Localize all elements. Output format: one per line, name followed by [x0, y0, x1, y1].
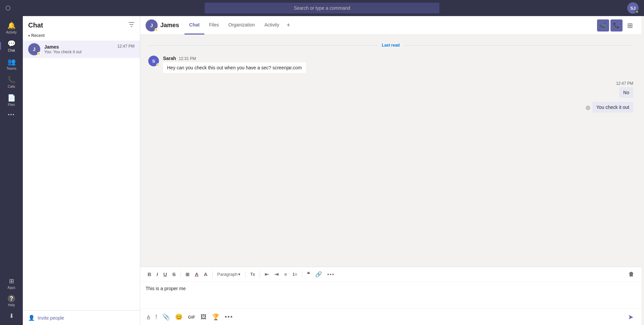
- my-message-bubble-1: No: [619, 87, 633, 98]
- more-actions-button[interactable]: •••: [223, 312, 234, 322]
- sidebar-item-teams[interactable]: 👥 Teams: [0, 55, 23, 73]
- conversation-user-name: James: [160, 22, 179, 29]
- compose-input[interactable]: This is a proper me: [140, 282, 641, 309]
- calls-icon: 📞: [7, 76, 16, 84]
- italic-button[interactable]: I: [155, 270, 160, 278]
- filter-icon[interactable]: [128, 21, 135, 29]
- video-call-button[interactable]: 📹: [597, 19, 609, 31]
- sidebar-label-chat: Chat: [8, 49, 15, 52]
- bullet-list-button[interactable]: ≡: [282, 270, 289, 278]
- indent-button[interactable]: ⇥: [272, 270, 281, 279]
- activity-icon: 🔔: [7, 21, 16, 29]
- strikethrough-button[interactable]: S: [170, 270, 178, 278]
- sidebar-item-files[interactable]: 📄 Files: [0, 91, 23, 109]
- last-read-divider: Last read: [140, 40, 641, 50]
- praise-button[interactable]: 🏆: [211, 312, 221, 322]
- my-message-bubble-2: You check it out: [592, 102, 633, 113]
- priority-button[interactable]: !: [154, 312, 158, 322]
- invite-people-button[interactable]: 👤 Invite people: [23, 310, 140, 325]
- sidebar-bottom: ⊞ Apps ? Help ⬇: [0, 275, 23, 325]
- sarah-message-meta: Sarah 12:31 PM: [163, 56, 306, 61]
- sticker-button[interactable]: 🖼: [199, 312, 208, 322]
- sarah-status: [156, 63, 159, 66]
- last-read-left-line: [148, 45, 378, 46]
- conversation-area: J James Chat Files Organization Activity…: [140, 16, 641, 325]
- sidebar-item-help[interactable]: ? Help: [0, 292, 23, 310]
- blockquote-button[interactable]: ❝: [305, 270, 312, 279]
- paragraph-dropdown[interactable]: Paragraph ▾: [215, 270, 243, 278]
- sarah-message-bubble: Hey can you check this out when you have…: [163, 62, 306, 73]
- download-icon: ⬇: [9, 312, 14, 320]
- user-avatar[interactable]: SJ: [627, 2, 639, 14]
- help-icon: ?: [8, 295, 15, 302]
- conversation-header: J James Chat Files Organization Activity…: [140, 16, 641, 35]
- sidebar-label-teams: Teams: [6, 67, 16, 70]
- expand-icon[interactable]: ⬡: [5, 4, 11, 12]
- sidebar-item-download[interactable]: ⬇: [0, 310, 23, 322]
- link-button[interactable]: 🔗: [313, 270, 324, 279]
- sidebar-item-activity[interactable]: 🔔 Activity: [0, 19, 23, 37]
- tab-organization[interactable]: Organization: [224, 16, 260, 35]
- more-formatting-button[interactable]: •••: [325, 270, 337, 278]
- more-options-button[interactable]: ⊞: [624, 19, 636, 31]
- chat-list-item-james[interactable]: J James You: You check it out 12:47 PM: [23, 41, 140, 58]
- bold-button[interactable]: B: [146, 270, 153, 278]
- chat-panel-header: Chat: [23, 16, 140, 32]
- sarah-avatar: S: [148, 56, 159, 66]
- numbered-list-button[interactable]: 1≡: [290, 271, 299, 278]
- james-time: 12:47 PM: [117, 43, 135, 49]
- delete-compose-button[interactable]: 🗑: [627, 270, 636, 279]
- top-bar: ⬡ Search or type a command SJ: [0, 0, 644, 16]
- files-icon: 📄: [7, 94, 16, 102]
- outdent-button[interactable]: ⇤: [263, 270, 271, 279]
- toolbar-divider-5: [302, 271, 302, 278]
- attach-button[interactable]: 📎: [161, 312, 171, 322]
- james-preview: You: You check it out: [44, 50, 113, 54]
- avatar-status-indicator: [635, 10, 639, 13]
- message-me-2: ◎ You check it out: [140, 101, 641, 114]
- font-size-button[interactable]: A: [202, 270, 210, 278]
- apps-icon: ⊞: [9, 277, 14, 285]
- search-box[interactable]: Search or type a command: [205, 3, 439, 13]
- underline-button[interactable]: U: [161, 270, 169, 278]
- toolbar-divider-1: [180, 271, 181, 278]
- sidebar-label-apps: Apps: [8, 286, 15, 289]
- table-button[interactable]: ⊞: [183, 270, 192, 278]
- grid-icon: ⊞: [627, 21, 633, 29]
- my-message-time: 12:47 PM: [616, 81, 633, 86]
- conversation-user-avatar[interactable]: J: [146, 19, 158, 31]
- tab-files[interactable]: Files: [204, 16, 224, 35]
- sidebar-item-calls[interactable]: 📞 Calls: [0, 73, 23, 91]
- james-status-indicator: [37, 52, 41, 55]
- right-scrollbar: [641, 16, 644, 325]
- send-button[interactable]: ➤: [625, 312, 636, 322]
- sidebar-item-chat[interactable]: 💬 Chat: [0, 37, 23, 55]
- emoji-button[interactable]: 😊: [174, 312, 184, 322]
- format-button[interactable]: A: [146, 313, 151, 321]
- chat-panel: Chat ▾ Recent J James You: You check it …: [23, 16, 140, 325]
- toolbar-divider-4: [260, 271, 260, 278]
- messages-area[interactable]: Last read S Sarah 12:31 PM Hey can you c…: [140, 35, 641, 267]
- top-bar-right: SJ: [627, 2, 639, 14]
- conversation-user-status: [155, 28, 158, 31]
- invite-icon: 👤: [28, 315, 35, 321]
- sidebar-label-files: Files: [8, 103, 15, 107]
- james-name: James: [44, 44, 113, 50]
- font-color-button[interactable]: A: [193, 270, 201, 278]
- message-status-icon: ◎: [586, 104, 590, 111]
- chat-section-label: ▾ Recent: [23, 32, 140, 41]
- clear-format-button[interactable]: Tx: [248, 271, 257, 278]
- message-me-1: 12:47 PM No: [140, 80, 641, 99]
- compose-bottom-toolbar: A ! 📎 😊 GIF 🖼 🏆 ••• ➤: [140, 309, 641, 325]
- sidebar-item-more[interactable]: •••: [0, 109, 23, 120]
- conversation-header-actions: 📹 📞 ⊞: [597, 19, 636, 31]
- sidebar-item-apps[interactable]: ⊞ Apps: [0, 275, 23, 292]
- tab-chat[interactable]: Chat: [184, 16, 204, 35]
- gif-button[interactable]: GIF: [186, 313, 197, 321]
- compose-area: B I U S ⊞ A A Paragraph ▾ Tx ⇤ ⇥ ≡ 1≡: [140, 267, 641, 325]
- my-message-content-1: 12:47 PM No: [616, 81, 633, 98]
- conversation-tabs: Chat Files Organization Activity +: [184, 16, 597, 35]
- audio-call-button[interactable]: 📞: [610, 19, 623, 31]
- add-tab-button[interactable]: +: [284, 22, 293, 29]
- tab-activity[interactable]: Activity: [260, 16, 284, 35]
